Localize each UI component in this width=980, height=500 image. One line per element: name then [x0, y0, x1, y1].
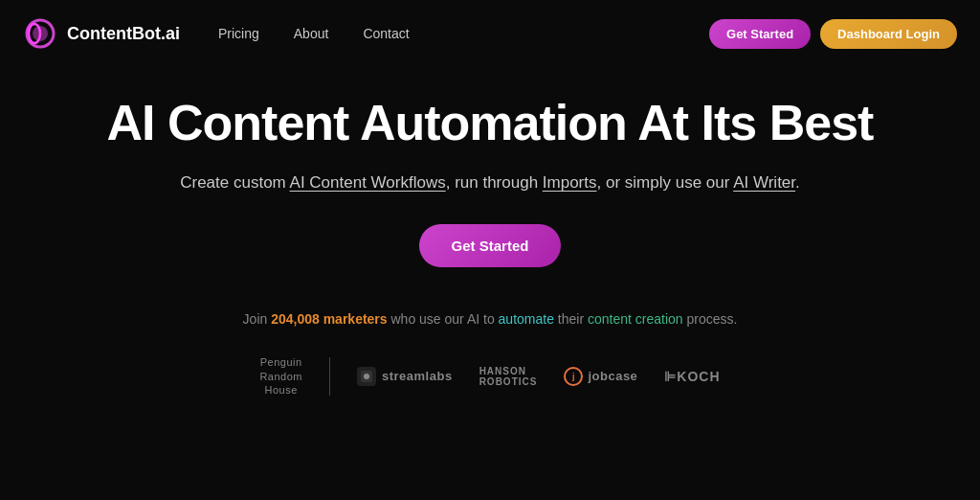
- logo-text: ContentBot.ai: [67, 24, 180, 44]
- navbar-right: Get Started Dashboard Login: [709, 19, 957, 49]
- logo[interactable]: ContentBot.ai: [23, 16, 180, 51]
- social-mid2: their: [554, 311, 588, 327]
- jobcase-icon: j: [564, 367, 583, 386]
- social-proof: Join 204,008 marketers who use our AI to…: [0, 311, 980, 327]
- subtitle-link-workflows[interactable]: AI Content Workflows: [290, 173, 446, 192]
- nav-links: Pricing About Contact: [218, 26, 410, 41]
- social-mid: who use our AI to: [388, 311, 499, 327]
- svg-point-4: [364, 374, 369, 379]
- subtitle-link-imports[interactable]: Imports: [543, 173, 597, 192]
- hanson-text: HANSONROBOTICS: [479, 366, 538, 387]
- logo-jobcase: j jobcase: [564, 367, 637, 386]
- subtitle-suffix: .: [795, 173, 800, 192]
- social-automate: automate: [499, 311, 554, 327]
- dashboard-login-button[interactable]: Dashboard Login: [820, 19, 957, 49]
- hero-section: AI Content Automation At Its Best Create…: [0, 67, 980, 311]
- jobcase-text: jobcase: [588, 369, 637, 383]
- social-prefix: Join: [243, 311, 272, 327]
- streamlabs-text: streamlabs: [382, 369, 453, 383]
- subtitle-mid2: , or simply use our: [597, 173, 734, 192]
- subtitle-link-aiwriter[interactable]: AI Writer: [733, 173, 795, 192]
- social-suffix: process.: [683, 311, 738, 327]
- nav-contact[interactable]: Contact: [363, 26, 409, 41]
- logo-koch: ⊫KOCH: [664, 369, 720, 384]
- social-content-creation: content creation: [588, 311, 683, 327]
- koch-text: ⊫KOCH: [664, 369, 720, 384]
- get-started-nav-button[interactable]: Get Started: [709, 19, 811, 49]
- subtitle-mid1: , run through: [446, 173, 543, 192]
- logo-penguin: PenguinRandomHouse: [259, 355, 302, 397]
- get-started-hero-button[interactable]: Get Started: [419, 224, 562, 267]
- hero-title: AI Content Automation At Its Best: [107, 96, 874, 150]
- hero-subtitle: Create custom AI Content Workflows, run …: [180, 170, 800, 195]
- subtitle-prefix: Create custom: [180, 173, 289, 192]
- navbar-left: ContentBot.ai Pricing About Contact: [23, 16, 410, 51]
- logos-row: PenguinRandomHouse streamlabs HANSONROBO…: [0, 355, 980, 397]
- logo-divider-1: [329, 357, 330, 396]
- nav-about[interactable]: About: [294, 26, 329, 41]
- streamlabs-icon: [357, 367, 376, 386]
- nav-pricing[interactable]: Pricing: [218, 26, 259, 41]
- penguin-text: PenguinRandomHouse: [259, 355, 302, 397]
- logo-icon: [23, 16, 57, 51]
- logo-hanson: HANSONROBOTICS: [479, 366, 538, 387]
- logo-streamlabs: streamlabs: [357, 367, 453, 386]
- navbar: ContentBot.ai Pricing About Contact Get …: [0, 0, 980, 67]
- social-count: 204,008 marketers: [271, 311, 387, 327]
